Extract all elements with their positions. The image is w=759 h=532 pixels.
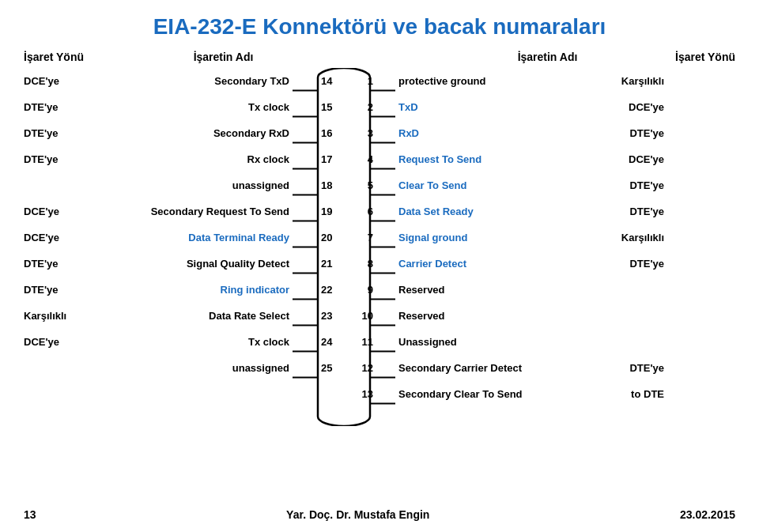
table-row: TxD — [395, 94, 585, 120]
pin-left: 22 — [321, 284, 332, 296]
table-row: Karşılıklı — [585, 68, 664, 94]
table-row: DCE'ye — [24, 68, 111, 94]
table-row: Karşılıklı — [24, 303, 111, 329]
pin-pair: 2512 — [321, 362, 373, 374]
pin-left: 19 — [321, 206, 332, 217]
table-row: Tx clock — [111, 94, 293, 120]
table-row: Ring indicator — [111, 277, 293, 303]
right-dir-cell: Karşılıklı — [585, 75, 664, 87]
pin-left: 17 — [321, 153, 332, 165]
pin-pair: 185 — [321, 179, 373, 191]
table-row: RxD — [395, 120, 585, 146]
pin-right: 9 — [368, 284, 373, 296]
right-name-cell: Data Set Ready — [395, 206, 585, 217]
pin-pair: 218 — [321, 258, 373, 270]
table-row — [24, 381, 111, 407]
right-name-cell: Unassigned — [395, 336, 585, 348]
table-row: DTE'ye — [24, 277, 111, 303]
right-dir-cell: DTE'ye — [585, 206, 664, 217]
table-row: DCE'ye — [585, 94, 664, 120]
right-dir-cell: to DTE — [585, 388, 664, 400]
footer: 13 Yar. Doç. Dr. Mustafa Engin 23.02.201… — [24, 502, 735, 524]
connector-row: 2411 — [293, 329, 395, 355]
pin-right: 8 — [368, 258, 373, 270]
table-row: Secondary Carrier Detect — [395, 355, 585, 381]
pin-left: 15 — [321, 101, 332, 113]
left-name-cell: unassigned — [111, 362, 293, 374]
pin-pair: 141 — [321, 75, 373, 87]
footer-author: Yar. Doç. Dr. Mustafa Engin — [286, 508, 429, 521]
table-row: DCE'ye — [24, 198, 111, 224]
table-row: DTE'ye — [24, 94, 111, 120]
table-row — [24, 355, 111, 381]
left-name-cell: Data Terminal Ready — [111, 232, 293, 243]
pin-left: 23 — [321, 310, 332, 322]
left-dir-cell: DCE'ye — [24, 232, 59, 243]
table-row — [585, 329, 664, 355]
pin-right: 13 — [362, 388, 373, 400]
pin-right: 3 — [368, 127, 373, 139]
header-row: İşaret Yönü İşaretin Adı İşaretin Adı İş… — [24, 51, 735, 63]
table-row: Secondary RxD — [111, 120, 293, 146]
left-dir-cell: DTE'ye — [24, 284, 59, 296]
right-name-cell: Clear To Send — [395, 179, 585, 191]
table-row: Signal Quality Detect — [111, 251, 293, 277]
right-dir-cell: DCE'ye — [585, 153, 664, 165]
pin-left: 25 — [321, 362, 332, 374]
header-signal-left: İşaret Yönü — [24, 51, 111, 63]
right-name-cell: protective ground — [395, 75, 585, 87]
table-row — [585, 303, 664, 329]
table-row: Clear To Send — [395, 172, 585, 198]
connector-row: 13 — [293, 381, 395, 407]
pin-right: 6 — [368, 206, 373, 217]
left-dir-cell: DTE'ye — [24, 101, 59, 113]
left-name-cell: Tx clock — [111, 101, 293, 113]
connector-row: 207 — [293, 224, 395, 251]
table-row: Secondary Clear To Send — [395, 381, 585, 407]
connector-row: 174 — [293, 146, 395, 172]
pin-right: 7 — [368, 232, 373, 243]
right-dir-cell: DCE'ye — [585, 101, 664, 113]
main-content: DCE'yeDTE'yeDTE'yeDTE'yeDCE'yeDCE'yeDTE'… — [24, 68, 735, 502]
table-row: DCE'ye — [585, 146, 664, 172]
pin-left: 24 — [321, 336, 332, 348]
right-name-cell: Request To Send — [395, 153, 585, 165]
table-row: Unassigned — [395, 329, 585, 355]
table-row: DCE'ye — [24, 329, 111, 355]
table-row: unassigned — [111, 355, 293, 381]
header-signal-right: İşaret Yönü — [656, 51, 735, 63]
right-dir-cell: DTE'ye — [585, 362, 664, 374]
left-dir-cell: DCE'ye — [24, 336, 59, 348]
table-row: DTE'ye — [585, 355, 664, 381]
table-row: Data Rate Select — [111, 303, 293, 329]
col-name-left: Secondary TxDTx clockSecondary RxDRx clo… — [111, 68, 293, 502]
right-dir-cell: Karşılıklı — [585, 232, 664, 243]
pin-pair: 207 — [321, 232, 373, 243]
right-name-cell: TxD — [395, 101, 585, 113]
pin-left: 18 — [321, 179, 332, 191]
table-row: Rx clock — [111, 146, 293, 172]
left-name-cell: Signal Quality Detect — [111, 258, 293, 270]
right-name-cell: Secondary Carrier Detect — [395, 362, 585, 374]
connector-row: 185 — [293, 172, 395, 198]
left-dir-cell: Karşılıklı — [24, 310, 66, 322]
left-name-cell: Secondary TxD — [111, 75, 293, 87]
page: EIA-232-E Konnektörü ve bacak numaraları… — [0, 0, 759, 532]
right-dir-cell: DTE'ye — [585, 179, 664, 191]
table-row: DTE'ye — [24, 251, 111, 277]
right-name-cell: RxD — [395, 127, 585, 139]
pin-left: 20 — [321, 232, 332, 243]
table-row: Secondary TxD — [111, 68, 293, 94]
pin-right: 5 — [368, 179, 373, 191]
table-row: Reserved — [395, 277, 585, 303]
left-dir-cell: DTE'ye — [24, 127, 59, 139]
pin-pair: 152 — [321, 101, 373, 113]
col-signal-left: DCE'yeDTE'yeDTE'yeDTE'yeDCE'yeDCE'yeDTE'… — [24, 68, 111, 502]
table-row: Carrier Detect — [395, 251, 585, 277]
table-row: DTE'ye — [24, 146, 111, 172]
left-name-cell: Tx clock — [111, 336, 293, 348]
table-row: DTE'ye — [24, 120, 111, 146]
pin-right: 2 — [368, 101, 373, 113]
connector-row: 163 — [293, 120, 395, 146]
right-dir-cell: DTE'ye — [585, 127, 664, 139]
